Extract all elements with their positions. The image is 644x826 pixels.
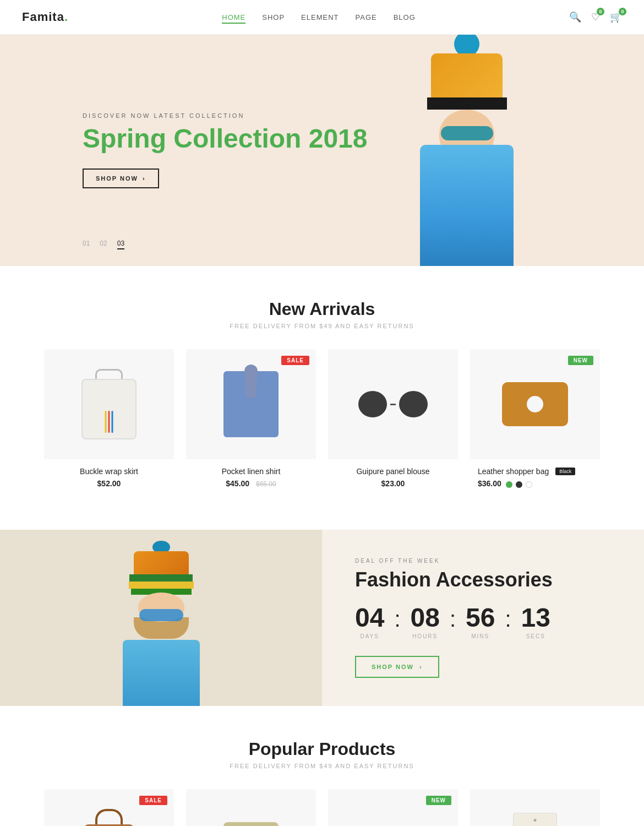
wishlist-product-icon-4[interactable]: ♡	[478, 443, 485, 454]
new-arrivals-subtitle: FREE DELIVERY FROM $49 AND EASY RETURNS	[44, 323, 600, 329]
product-info-1: Buckle wrap skirt $52.00	[44, 459, 174, 497]
nav-icons: 🔍 ♡ 0 🛒 0	[569, 11, 622, 23]
product-name-1: Buckle wrap skirt	[52, 467, 166, 476]
product-color-tag: Black	[555, 468, 575, 475]
popular-badge-1: SALE	[139, 796, 167, 805]
add-to-cart-button-4[interactable]: ADD TO CART	[511, 445, 559, 452]
hero-cta-button[interactable]: SHOP NOW ›	[83, 169, 159, 188]
countdown-days: 04 DAYS	[355, 605, 384, 639]
mins-label: MINS	[466, 633, 495, 639]
popular-image-3: NEW	[328, 789, 458, 826]
deal-content: DEAL OFF THE WEEK Fashion Accessories 04…	[322, 558, 644, 678]
color-dot-white[interactable]	[526, 481, 532, 488]
add-to-cart-button-1[interactable]: ADD TO CART	[85, 445, 133, 452]
hero-indicator-2[interactable]: 02	[100, 240, 107, 249]
product-image-2: SALE ♡ ADD TO CART ⇄	[186, 349, 316, 459]
secs-number: 13	[521, 605, 550, 631]
nav-link-blog[interactable]: BLOG	[394, 13, 416, 21]
nav-item-element[interactable]: ELEMENT	[301, 12, 339, 22]
share-product-icon-4[interactable]: ⇄	[585, 443, 592, 454]
product-price-3: $23.00	[336, 479, 450, 488]
product-info-4: Leather shopper bag Black $36.00	[470, 459, 600, 497]
product-colors	[506, 481, 532, 488]
wishlist-badge: 0	[597, 8, 604, 15]
add-to-cart-button-3[interactable]: ADD TO CART	[369, 445, 417, 452]
share-product-icon-1[interactable]: ⇄	[159, 443, 166, 454]
nav-item-blog[interactable]: BLOG	[394, 12, 416, 22]
product-info-2: Pocket linen shirt $45.00 $65.00	[186, 459, 316, 497]
wishlist-icon[interactable]: ♡ 0	[591, 11, 600, 23]
nav-item-home[interactable]: HOME	[222, 12, 245, 22]
deal-hat-green-stripe	[129, 574, 193, 582]
countdown: 04 DAYS : 08 HOURS : 56 MINS : 13 SECS	[355, 605, 611, 639]
deal-sunglasses	[139, 609, 183, 621]
hero-title: Spring Collection 2018	[83, 124, 367, 154]
popular-card-4	[470, 789, 600, 826]
nav-item-shop[interactable]: SHOP	[262, 12, 285, 22]
deal-cta-button[interactable]: SHOP NOW ›	[355, 656, 439, 678]
deal-hat-yellow-stripe	[129, 582, 194, 589]
new-arrivals-grid: ♡ ADD TO CART ⇄ Buckle wrap skirt $52.00…	[44, 349, 600, 497]
hat-orange-decoration	[431, 53, 503, 97]
body-decoration	[420, 145, 514, 266]
hero-indicator-3[interactable]: 03	[117, 240, 124, 249]
nav-link-home[interactable]: HOME	[222, 13, 245, 24]
popular-image-1: SALE	[44, 789, 174, 826]
popular-title: Popular Products	[44, 739, 600, 759]
countdown-sep-3: :	[505, 605, 511, 631]
color-dot-green[interactable]	[506, 481, 512, 488]
nav-link-element[interactable]: ELEMENT	[301, 13, 339, 21]
deal-image	[0, 530, 322, 706]
product-price-1: $52.00	[52, 479, 166, 488]
nav-menu: HOME SHOP ELEMENT PAGE BLOG	[222, 12, 416, 22]
deal-body	[123, 640, 200, 706]
deal-section: DEAL OFF THE WEEK Fashion Accessories 04…	[0, 530, 644, 706]
popular-section: Popular Products FREE DELIVERY FROM $49 …	[0, 706, 644, 826]
product-image-4: NEW ♡ ADD TO CART ⇄	[470, 349, 600, 459]
color-dot-dark[interactable]	[516, 481, 522, 488]
deal-face	[138, 593, 184, 622]
cart-badge: 0	[619, 8, 626, 15]
search-icon[interactable]: 🔍	[569, 11, 581, 23]
hero-section: DISCOVER NOW LATEST COLLECTION Spring Co…	[0, 35, 644, 266]
logo[interactable]: Famita.	[22, 10, 68, 24]
product-info-3: Guipure panel blouse $23.00	[328, 459, 458, 497]
nav-link-page[interactable]: PAGE	[356, 13, 377, 21]
wishlist-product-icon-3[interactable]: ♡	[336, 443, 343, 454]
countdown-sep-2: :	[450, 605, 456, 631]
hat-band-decoration	[427, 97, 507, 110]
popular-card-2	[186, 789, 316, 826]
sunglasses-decoration	[441, 126, 493, 140]
days-label: DAYS	[355, 633, 384, 639]
nav-item-page[interactable]: PAGE	[356, 12, 377, 22]
countdown-sep-1: :	[394, 605, 400, 631]
hours-number: 08	[411, 605, 440, 631]
popular-card-3: NEW	[328, 789, 458, 826]
product-image-1: ♡ ADD TO CART ⇄	[44, 349, 174, 459]
popular-subtitle: FREE DELIVERY FROM $49 AND EASY RETURNS	[44, 763, 600, 769]
popular-grid: SALE NEW	[44, 789, 600, 826]
cart-icon[interactable]: 🛒 0	[610, 11, 622, 23]
countdown-hours: 08 HOURS	[411, 605, 440, 639]
product-badge-sale: SALE	[281, 356, 309, 365]
popular-image-2	[186, 789, 316, 826]
popular-card-1: SALE	[44, 789, 174, 826]
days-number: 04	[355, 605, 384, 631]
navbar: Famita. HOME SHOP ELEMENT PAGE BLOG 🔍 ♡ …	[0, 0, 644, 35]
nav-link-shop[interactable]: SHOP	[262, 13, 285, 21]
add-to-cart-button-2[interactable]: ADD TO CART	[227, 445, 275, 452]
share-product-icon-2[interactable]: ⇄	[301, 443, 308, 454]
countdown-secs: 13 SECS	[521, 605, 550, 639]
mins-number: 56	[466, 605, 495, 631]
share-product-icon-3[interactable]: ⇄	[443, 443, 450, 454]
product-card-2: SALE ♡ ADD TO CART ⇄ Pocket linen shirt …	[186, 349, 316, 497]
deal-label: DEAL OFF THE WEEK	[355, 558, 611, 564]
secs-label: SECS	[521, 633, 550, 639]
hero-indicator-1[interactable]: 01	[83, 240, 90, 249]
product-badge-new: NEW	[568, 356, 593, 365]
hero-subtitle: DISCOVER NOW LATEST COLLECTION	[83, 112, 367, 119]
product-price-4: $36.00	[478, 479, 592, 488]
wishlist-product-icon-2[interactable]: ♡	[194, 443, 201, 454]
wishlist-product-icon-1[interactable]: ♡	[52, 443, 59, 454]
product-image-3: ♡ ADD TO CART ⇄	[328, 349, 458, 459]
